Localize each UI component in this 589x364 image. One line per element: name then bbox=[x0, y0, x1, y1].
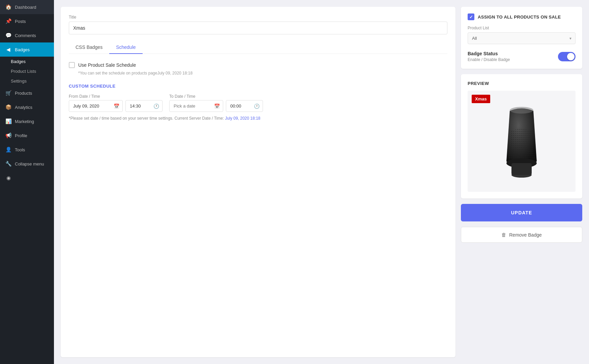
preview-card: PREVIEW Xmas bbox=[461, 74, 582, 199]
dashboard-icon: 🏠 bbox=[5, 4, 11, 10]
from-date-inputs: 📅 🕐 bbox=[69, 100, 163, 112]
sidebar-label-woocommerce: Products bbox=[15, 91, 32, 96]
sidebar-label-profile: Tools bbox=[15, 147, 25, 152]
sidebar-label-marketing: Profile bbox=[15, 133, 27, 138]
sidebar-label-dashboard: Dashboard bbox=[15, 5, 36, 10]
sidebar-label-badges: Badges bbox=[15, 47, 30, 52]
sidebar-sub-label-badges: Badges bbox=[11, 59, 26, 64]
tabs: CSS Badges Schedule bbox=[69, 41, 447, 54]
custom-schedule-title: CUSTOM SCHEDULE bbox=[69, 84, 447, 89]
sidebar-sub-settings[interactable]: Settings bbox=[0, 76, 54, 86]
collapse-icon: ◉ bbox=[5, 175, 11, 181]
sidebar-item-profile[interactable]: 👤 Tools bbox=[0, 143, 54, 157]
woocommerce-icon: 🛒 bbox=[5, 90, 11, 96]
from-date-group: From Date / Time 📅 🕐 bbox=[69, 94, 163, 112]
title-label: Title bbox=[69, 15, 447, 20]
title-input[interactable] bbox=[69, 22, 447, 34]
to-date-inputs: 📅 🕐 bbox=[169, 100, 263, 112]
sidebar-item-analytics[interactable]: 📊 Marketing bbox=[0, 114, 54, 128]
product-list-select-wrap: All Featured On Sale Custom List ▾ bbox=[468, 32, 576, 44]
sidebar-label-posts: Posts bbox=[15, 19, 26, 24]
badge-status-title: Badge Status bbox=[468, 51, 510, 56]
from-date-wrap: 📅 bbox=[69, 100, 123, 112]
toggle-knob bbox=[567, 53, 575, 60]
content-area: Title CSS Badges Schedule Use Product Sa… bbox=[61, 7, 582, 357]
sidebar-item-collapse[interactable]: ◉ bbox=[0, 171, 54, 185]
speaker-image bbox=[495, 104, 549, 178]
use-product-schedule-checkbox[interactable] bbox=[69, 62, 75, 68]
use-product-schedule-row: Use Product Sale Schedule bbox=[69, 62, 447, 68]
analytics-icon: 📊 bbox=[5, 118, 11, 124]
to-date-wrap: 📅 bbox=[169, 100, 223, 112]
sidebar-item-dashboard[interactable]: 🏠 Dashboard bbox=[0, 0, 54, 14]
server-note: *Please set date / time based on your se… bbox=[69, 116, 447, 121]
sidebar-label-tools: Collapse menu bbox=[15, 161, 44, 166]
sidebar-item-comments[interactable]: 💬 Comments bbox=[0, 28, 54, 42]
tab-schedule[interactable]: Schedule bbox=[109, 41, 142, 54]
left-panel: Title CSS Badges Schedule Use Product Sa… bbox=[61, 7, 455, 357]
from-date-label: From Date / Time bbox=[69, 94, 163, 99]
sidebar-label-analytics: Marketing bbox=[15, 119, 34, 124]
sidebar-item-posts[interactable]: 📌 Posts bbox=[0, 14, 54, 28]
badge-status-text: Badge Status Enable / Disable Badge bbox=[468, 51, 510, 62]
posts-icon: 📌 bbox=[5, 18, 11, 24]
remove-badge-label: Remove Badge bbox=[509, 232, 542, 238]
to-date-input[interactable] bbox=[169, 100, 223, 112]
date-time-row: From Date / Time 📅 🕐 To Date / Time bbox=[69, 94, 447, 112]
comments-icon: 💬 bbox=[5, 32, 11, 38]
products-icon: 📦 bbox=[5, 104, 11, 110]
tab-css-badges[interactable]: CSS Badges bbox=[69, 41, 109, 54]
right-panel: ASSIGN TO ALL PRODUCTS ON SALE Product L… bbox=[461, 7, 582, 357]
assign-card: ASSIGN TO ALL PRODUCTS ON SALE Product L… bbox=[461, 7, 582, 69]
marketing-icon: 📢 bbox=[5, 132, 11, 139]
sidebar-item-badges[interactable]: ◀ Badges bbox=[0, 42, 54, 57]
sidebar-label-products: Analytics bbox=[15, 105, 32, 110]
badge-status-sub: Enable / Disable Badge bbox=[468, 57, 510, 62]
badge-toggle[interactable] bbox=[558, 52, 576, 61]
to-date-label: To Date / Time bbox=[169, 94, 263, 99]
sidebar-sub-product-lists[interactable]: Product Lists bbox=[0, 66, 54, 76]
preview-area: Xmas bbox=[468, 91, 576, 192]
profile-icon: 👤 bbox=[5, 147, 11, 153]
to-time-wrap: 🕐 bbox=[226, 100, 263, 112]
preview-title: PREVIEW bbox=[468, 81, 576, 86]
schedule-note: *You can set the schedule on products pa… bbox=[69, 71, 447, 75]
product-list-select[interactable]: All Featured On Sale Custom List bbox=[468, 32, 576, 44]
svg-rect-4 bbox=[511, 163, 532, 175]
sidebar-item-woocommerce[interactable]: 🛒 Products bbox=[0, 86, 54, 100]
sidebar-sub-label-settings: Settings bbox=[11, 79, 27, 84]
badge-status-section: Badge Status Enable / Disable Badge bbox=[468, 51, 576, 62]
assign-label: ASSIGN TO ALL PRODUCTS ON SALE bbox=[478, 14, 561, 20]
sidebar-label-comments: Comments bbox=[15, 33, 36, 38]
main-content: Title CSS Badges Schedule Use Product Sa… bbox=[54, 0, 589, 364]
sidebar: 🏠 Dashboard 📌 Posts 💬 Comments ◀ Badges … bbox=[0, 0, 54, 364]
to-date-group: To Date / Time 📅 🕐 bbox=[169, 94, 263, 112]
from-time-input[interactable] bbox=[125, 100, 163, 112]
trash-icon: 🗑 bbox=[501, 232, 506, 238]
to-time-input[interactable] bbox=[226, 100, 263, 112]
sidebar-item-tools[interactable]: 🔧 Collapse menu bbox=[0, 157, 54, 171]
assign-checkbox[interactable] bbox=[468, 13, 474, 20]
sidebar-item-marketing[interactable]: 📢 Profile bbox=[0, 128, 54, 143]
assign-row: ASSIGN TO ALL PRODUCTS ON SALE bbox=[468, 13, 576, 20]
update-button[interactable]: UPDATE bbox=[461, 204, 582, 221]
product-list-label: Product List bbox=[468, 26, 576, 30]
remove-badge-button[interactable]: 🗑 Remove Badge bbox=[461, 227, 582, 243]
from-time-wrap: 🕐 bbox=[125, 100, 163, 112]
use-product-schedule-label: Use Product Sale Schedule bbox=[78, 62, 136, 68]
tools-icon: 🔧 bbox=[5, 161, 11, 167]
sidebar-item-products[interactable]: 📦 Analytics bbox=[0, 100, 54, 114]
badges-icon: ◀ bbox=[5, 47, 11, 53]
from-date-input[interactable] bbox=[69, 100, 123, 112]
svg-point-1 bbox=[510, 107, 533, 114]
preview-badge: Xmas bbox=[472, 95, 490, 103]
sidebar-sub-label-product-lists: Product Lists bbox=[11, 69, 36, 74]
sidebar-sub-badges[interactable]: Badges bbox=[0, 57, 54, 66]
server-time: July 09, 2020 18:18 bbox=[225, 116, 261, 121]
